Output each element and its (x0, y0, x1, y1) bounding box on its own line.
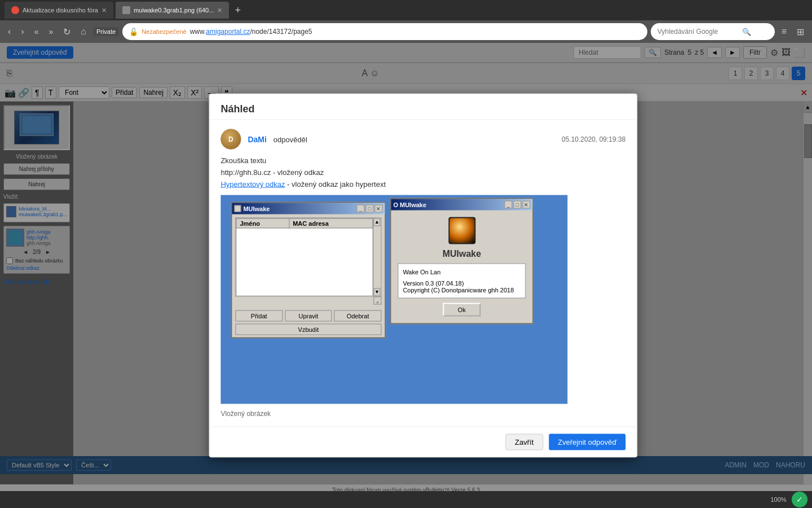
post-hyperlink[interactable]: Hypertextový odkaz (220, 180, 285, 189)
post-link-1: http://ghh.8u.cz - vložený odkaz (220, 168, 625, 177)
win-scrollbar[interactable]: ▲ ▼ (373, 218, 381, 296)
muiwake-content: Jméno MAC adresa (232, 214, 385, 308)
tab-image[interactable]: muiwake0.3grab1.png (640... ✕ (116, 2, 229, 19)
navigation-bar: ‹ › « » ↻ ⌂ Private 🔓 Nezabezpečené www.… (0, 20, 812, 43)
post-content: Zkouška textu http://ghh.8u.cz - vložený… (220, 156, 625, 189)
tab-label-2: muiwake0.3grab1.png (640... (134, 7, 214, 14)
muiwake-action-buttons: Přidat Upravit Odebrat Vzbudit (232, 308, 385, 338)
new-tab-button[interactable]: + (231, 5, 244, 16)
about-ok-button[interactable]: Ok (443, 303, 480, 317)
private-badge: Private (93, 27, 119, 36)
modal-publish-button[interactable]: Zveřejnit odpověď (549, 434, 625, 450)
about-title: O MUIwake (393, 202, 504, 208)
resize-handle[interactable]: ⌟ (373, 297, 381, 305)
tab-bar: Aktualizace diskusního fóra ✕ muiwake0.3… (0, 0, 812, 20)
tab-favicon-1 (11, 6, 19, 14)
home-button[interactable]: ⌂ (77, 24, 90, 39)
search-icon: 🔍 (742, 28, 751, 36)
post-header: D DaMi odpověděl 05.10.2020, 09:19:38 (220, 129, 625, 150)
about-content: MUIwake Wake On Lan Version 0.3 (07.04.1… (391, 211, 532, 323)
last-button[interactable]: » (45, 25, 56, 38)
post-timestamp: 05.10.2020, 09:19:38 (562, 135, 625, 143)
edit-button[interactable]: Upravit (285, 310, 332, 322)
about-win-btn2[interactable]: □ (513, 201, 521, 209)
about-app-icon (448, 217, 475, 244)
about-info-box: Wake On Lan Version 0.3 (07.04.18) Copyr… (398, 264, 526, 299)
screenshot-area: MUIwake _ □ ✕ (220, 195, 567, 404)
lock-icon: 🔓 (129, 28, 138, 36)
about-titlebar: O MUIwake _ □ ✕ (391, 199, 532, 211)
about-win-buttons: _ □ ✕ (504, 201, 530, 209)
about-info-4: Copyright (C) Donotpanicware ghh 2018 (403, 287, 520, 294)
url-bar[interactable]: 🔓 Nezabezpečené www.amigaportal.cz/node/… (122, 23, 647, 40)
tab-favicon-2 (122, 6, 130, 14)
about-win-btn1[interactable]: _ (504, 201, 512, 209)
tab-label-1: Aktualizace diskusního fóra (23, 7, 98, 14)
browser-menu-icon[interactable]: ≡ (778, 24, 790, 39)
post-text-1: Zkouška textu (220, 156, 625, 165)
col-mac: MAC adresa (289, 218, 373, 228)
page-content: Zveřejnit odpověď 🔍 Strana 5 z 5 ◄ ► Fil… (0, 43, 812, 508)
table-empty-cell (236, 228, 373, 296)
post-hyperlink-suffix: - vložený odkaz jako hypertext (285, 180, 386, 189)
tab-close-1[interactable]: ✕ (102, 7, 107, 14)
post-author[interactable]: DaMi (248, 135, 266, 144)
modal-header: Náhled (209, 94, 637, 120)
post-caption: Vložený obrázek (220, 410, 625, 418)
first-button[interactable]: « (31, 25, 42, 38)
preview-modal: Náhled D DaMi odpověděl 05.10.2020, 09:1… (209, 94, 637, 458)
forward-button[interactable]: › (17, 24, 27, 39)
post-replied: odpověděl (273, 135, 307, 143)
reload-button[interactable]: ↻ (60, 24, 74, 40)
modal-body: D DaMi odpověděl 05.10.2020, 09:19:38 Zk… (209, 120, 637, 427)
search-bar[interactable]: 🔍 (651, 23, 775, 40)
secure-label: Nezabezpečené (142, 28, 187, 35)
about-window: O MUIwake _ □ ✕ MUIwake (390, 198, 533, 325)
muiwake-title: MUIwake (243, 205, 356, 212)
remove-button[interactable]: Odebrat (334, 310, 382, 322)
about-info-3: Version 0.3 (07.04.18) (403, 280, 520, 287)
win-buttons-group: _ □ ✕ (356, 205, 382, 213)
modal-footer: Zavřít Zveřejnit odpověď (209, 427, 637, 457)
extensions-icon[interactable]: ⊞ (793, 24, 807, 40)
muiwake-table: Jméno MAC adresa (236, 218, 373, 296)
win-close-btn[interactable]: ✕ (374, 205, 382, 213)
tab-close-2[interactable]: ✕ (217, 7, 222, 14)
add-button[interactable]: Přidat (235, 310, 283, 322)
col-name: Jméno (236, 218, 289, 228)
back-button[interactable]: ‹ (5, 24, 14, 39)
search-input[interactable] (657, 28, 742, 36)
avatar: D (220, 129, 241, 150)
muiwake-titlebar: MUIwake _ □ ✕ (232, 203, 385, 214)
status-bar: 100% 9:20 ✓ (0, 491, 812, 508)
modal-close-button[interactable]: Zavřít (505, 434, 543, 450)
win-icon (234, 205, 241, 212)
wake-button[interactable]: Vzbudit (235, 324, 381, 335)
modal-title: Náhled (220, 103, 625, 115)
win-maximize-btn[interactable]: □ (365, 205, 373, 213)
zoom-level: 100% (770, 496, 786, 503)
about-app-name: MUIwake (398, 249, 526, 259)
win-row-1: Přidat Upravit Odebrat (235, 310, 381, 322)
about-info-1: Wake On Lan (403, 269, 520, 275)
security-badge: ✓ (792, 492, 807, 507)
muiwake-window: MUIwake _ □ ✕ (231, 202, 386, 339)
tab-forum[interactable]: Aktualizace diskusního fóra ✕ (5, 2, 113, 19)
win-minimize-btn[interactable]: _ (356, 205, 364, 213)
about-win-btn3[interactable]: ✕ (522, 201, 530, 209)
url-text: www.amigaportal.cz/node/143172/page5 (190, 28, 312, 36)
